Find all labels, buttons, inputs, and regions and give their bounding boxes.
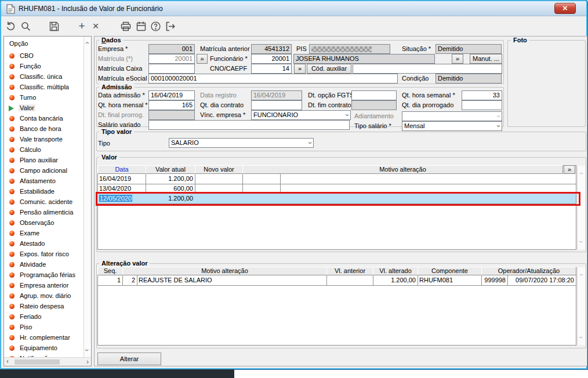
- matricula-caixa-field[interactable]: [148, 64, 195, 74]
- sidebar-item[interactable]: Função: [5, 61, 83, 72]
- funcionario-lookup-button[interactable]: »: [452, 54, 463, 64]
- table-cell-selected-date[interactable]: 12/05/2020: [97, 194, 146, 204]
- matricula-esocial-field[interactable]: 0001000020001: [148, 74, 398, 83]
- undo-icon[interactable]: [4, 20, 17, 32]
- cod-auxiliar-lookup-button[interactable]: »: [294, 64, 306, 74]
- table-cell[interactable]: [280, 194, 576, 204]
- cod-auxiliar-button[interactable]: Cód. auxiliar: [307, 64, 351, 74]
- manut-button[interactable]: Manut. ...: [470, 54, 502, 64]
- scroll-down-icon[interactable]: ›: [578, 241, 584, 243]
- sidebar-item[interactable]: Comunic. acidente: [5, 197, 83, 208]
- sidebar-item[interactable]: Programação férias: [5, 270, 83, 281]
- add-icon[interactable]: +: [75, 20, 88, 32]
- funcionario-nome-field[interactable]: JOSEFA RHUMANOS: [293, 54, 435, 64]
- vinc-empresa-select[interactable]: FUNCIONARIO›: [251, 110, 351, 120]
- table-cell[interactable]: [242, 194, 281, 204]
- sidebar-item[interactable]: Atividade: [5, 260, 83, 270]
- scroll-up-icon[interactable]: ›: [578, 274, 584, 276]
- table-cell[interactable]: 1.200,00: [146, 174, 195, 184]
- qt-dia-prorrogado-field[interactable]: [462, 100, 502, 110]
- funcionario-field[interactable]: 20001: [251, 54, 292, 64]
- print-icon[interactable]: [119, 20, 132, 32]
- sidebar-item[interactable]: Piso: [5, 322, 83, 333]
- valor-col-data[interactable]: Data: [97, 165, 146, 174]
- sidebar-item[interactable]: Rateio despesa: [5, 301, 83, 312]
- cno-field[interactable]: 14: [251, 64, 292, 74]
- table-cell[interactable]: REAJUSTE DE SALARIO: [137, 275, 327, 286]
- table-cell[interactable]: 1.200,00: [373, 275, 418, 286]
- matricula-lookup-button[interactable]: »: [197, 54, 208, 64]
- sidebar-item[interactable]: Empresa anterior: [5, 281, 83, 291]
- pis-field[interactable]: [309, 44, 390, 54]
- sidebar-item[interactable]: Estabilidade: [5, 187, 83, 197]
- table-cell[interactable]: [195, 194, 243, 204]
- sidebar-item[interactable]: Hr. complementar: [5, 333, 83, 343]
- tipo-salario-select[interactable]: Mensal›: [402, 121, 502, 131]
- alteracao-col-operador[interactable]: Operador/Atualização: [481, 267, 576, 275]
- sidebar-item[interactable]: Banco de hora: [5, 124, 83, 135]
- dt-final-prorrog-field[interactable]: [148, 110, 195, 120]
- table-cell[interactable]: 2: [122, 275, 137, 286]
- valor-col-novo-valor[interactable]: Novo valor: [195, 165, 243, 174]
- calendar-icon[interactable]: [135, 20, 147, 32]
- table-cell[interactable]: 16/04/2019: [97, 174, 146, 184]
- scroll-down-icon[interactable]: ›: [84, 349, 90, 351]
- table-cell[interactable]: [195, 184, 243, 194]
- adiantamento-select[interactable]: ›: [402, 111, 502, 121]
- table-cell[interactable]: [280, 174, 576, 184]
- scroll-up-icon[interactable]: ›: [84, 42, 90, 44]
- close-button[interactable]: ×: [554, 3, 576, 14]
- matricula-field[interactable]: 20001: [148, 54, 195, 64]
- help-icon[interactable]: [149, 20, 162, 32]
- scroll-up-icon[interactable]: ›: [578, 172, 584, 175]
- scrollbar-thumb[interactable]: [14, 359, 60, 365]
- sidebar-item[interactable]: Pensão alimenticia: [5, 208, 83, 218]
- sidebar-item[interactable]: Afastamento: [5, 176, 83, 187]
- search-icon[interactable]: [19, 20, 32, 32]
- delete-icon[interactable]: ×: [89, 20, 102, 32]
- table-cell[interactable]: 999998: [481, 275, 508, 286]
- sidebar-item-valor[interactable]: Valor: [5, 103, 83, 114]
- sidebar-item[interactable]: Exame: [5, 228, 83, 239]
- data-admissao-field[interactable]: 16/04/2019: [148, 90, 195, 100]
- sidebar-item[interactable]: Feriado: [5, 312, 83, 322]
- sidebar-item[interactable]: Classific. única: [5, 72, 83, 82]
- scroll-left-icon[interactable]: ›: [6, 359, 9, 365]
- table-cell[interactable]: 13/04/2020: [97, 184, 146, 194]
- table-cell[interactable]: [195, 174, 243, 184]
- condicao-field[interactable]: Demitido: [435, 74, 502, 83]
- sidebar-horizontal-scrollbar[interactable]: › ›: [4, 357, 91, 366]
- salario-variado-field[interactable]: [148, 120, 350, 130]
- table-cell[interactable]: 1: [97, 275, 123, 286]
- sidebar-item[interactable]: Observação: [5, 218, 83, 228]
- titlebar[interactable]: RHUFM081 - Inclusão de Valor de Funcioná…: [1, 1, 586, 16]
- cod-auxiliar-field[interactable]: [353, 64, 502, 74]
- qt-dia-contrato-field[interactable]: [251, 100, 302, 110]
- situacao-field[interactable]: Demitido: [435, 44, 502, 54]
- alteracao-col-vl-anterior[interactable]: Vl. anterior: [326, 267, 373, 275]
- table-cell[interactable]: [242, 184, 281, 194]
- valor-more-button[interactable]: »: [564, 165, 575, 174]
- alteracao-col-motivo[interactable]: Motivo alteração: [122, 267, 327, 275]
- table-cell[interactable]: 600,00: [146, 184, 195, 194]
- table-cell[interactable]: 09/07/2020 17:08:20: [507, 275, 576, 286]
- save-icon[interactable]: [48, 20, 60, 32]
- table-cell[interactable]: [326, 275, 373, 286]
- sidebar-item[interactable]: Vale transporte: [5, 135, 83, 145]
- valor-col-motivo[interactable]: Motivo alteração: [242, 165, 563, 174]
- data-registro-field[interactable]: 16/04/2019: [251, 90, 302, 100]
- exit-icon[interactable]: [164, 20, 177, 32]
- alteracao-col-componente[interactable]: Componente: [418, 267, 482, 275]
- sidebar-item[interactable]: Cálculo: [5, 145, 83, 155]
- matricula-anterior-field[interactable]: 4541312: [251, 44, 292, 54]
- table-cell[interactable]: 1.200,00: [146, 194, 195, 204]
- sidebar-item[interactable]: Campo adicional: [5, 166, 83, 176]
- table-cell[interactable]: [242, 174, 281, 184]
- qt-hora-semanal-field[interactable]: 33: [462, 90, 502, 100]
- valor-col-valor-atual[interactable]: Valor atual: [146, 165, 195, 174]
- dt-opcao-fgts-field[interactable]: [351, 90, 397, 100]
- sidebar-item[interactable]: Agrup. mov. diário: [5, 291, 83, 301]
- empresa-field[interactable]: 001: [148, 44, 195, 54]
- tipo-select[interactable]: SALARIO›: [169, 138, 314, 148]
- sidebar-item[interactable]: Atestado: [5, 239, 83, 249]
